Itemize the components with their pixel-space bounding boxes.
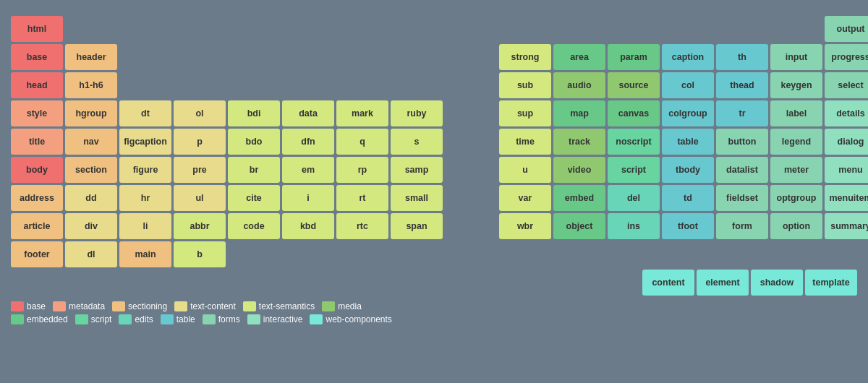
cell-head: head bbox=[11, 72, 63, 98]
cell-label: label bbox=[770, 100, 822, 126]
table-row-7: articledivliabbrcodekbdrtcspanwbrobjecti… bbox=[11, 213, 868, 239]
cell-tbody: tbody bbox=[662, 157, 714, 183]
legend-color-metadata bbox=[53, 301, 66, 311]
legend-color-table bbox=[161, 314, 174, 324]
cell-video: video bbox=[553, 157, 605, 183]
legend-label-metadata: metadata bbox=[69, 301, 105, 311]
cell-tfoot: tfoot bbox=[662, 213, 714, 239]
cell-th: th bbox=[716, 44, 768, 70]
cell-ol: ol bbox=[174, 100, 226, 126]
cell-dd: dd bbox=[65, 185, 117, 211]
legend-item-embedded: embedded bbox=[11, 314, 68, 324]
legend-label-media: media bbox=[338, 301, 362, 311]
cell-element: element bbox=[697, 270, 749, 296]
cell-thead: thead bbox=[716, 72, 768, 98]
spacer-1-6 bbox=[336, 44, 388, 70]
cell-article: article bbox=[11, 213, 63, 239]
cell-abbr: abbr bbox=[174, 213, 226, 239]
legend-item-forms: forms bbox=[203, 314, 240, 324]
spacer-8-10 bbox=[553, 241, 605, 267]
cell-hgroup: hgroup bbox=[65, 100, 117, 126]
cell-figcaption: figcaption bbox=[119, 129, 171, 155]
cell-rt: rt bbox=[336, 185, 388, 211]
cell-sub: sub bbox=[499, 72, 551, 98]
cell-nav: nav bbox=[65, 129, 117, 155]
cell-content: content bbox=[642, 270, 694, 296]
cell-canvas: canvas bbox=[608, 100, 660, 126]
cell-var: var bbox=[499, 185, 551, 211]
cell-section: section bbox=[65, 157, 117, 183]
cell-table: table bbox=[662, 129, 714, 155]
cell-map: map bbox=[553, 100, 605, 126]
legend-item-edits: edits bbox=[119, 314, 153, 324]
legend-item-text-semantics: text-semantics bbox=[243, 301, 315, 311]
spacer-2-6 bbox=[336, 72, 388, 98]
table-row-1: baseheaderstrongareaparamcaptionthinputp… bbox=[11, 44, 868, 70]
legend-label-script: script bbox=[91, 314, 112, 324]
spacer-4-8 bbox=[445, 129, 497, 155]
legend-item-web-components: web-components bbox=[310, 314, 391, 324]
cell-form: form bbox=[716, 213, 768, 239]
web-components-row-wrapper: contentelementshadowtemplate bbox=[11, 270, 857, 296]
legend-color-sectioning bbox=[112, 301, 125, 311]
cell-style: style bbox=[11, 100, 63, 126]
cell-q: q bbox=[336, 129, 388, 155]
cell-dt: dt bbox=[119, 100, 171, 126]
legend-label-edits: edits bbox=[135, 314, 153, 324]
cell-span: span bbox=[391, 213, 443, 239]
cell-em: em bbox=[282, 157, 334, 183]
spacer-0-10 bbox=[553, 16, 605, 42]
cell-dfn: dfn bbox=[282, 129, 334, 155]
cell-p: p bbox=[174, 129, 226, 155]
cell-small: small bbox=[391, 185, 443, 211]
legend-label-interactive: interactive bbox=[263, 314, 303, 324]
cell-datalist: datalist bbox=[716, 157, 768, 183]
spacer-8-12 bbox=[662, 241, 714, 267]
cell-html: html bbox=[11, 16, 63, 42]
cell-h1-h6: h1-h6 bbox=[65, 72, 117, 98]
cell-object: object bbox=[553, 213, 605, 239]
cell-select: select bbox=[825, 72, 868, 98]
spacer-0-5 bbox=[282, 16, 334, 42]
spacer-0-12 bbox=[662, 16, 714, 42]
cell-samp: samp bbox=[391, 157, 443, 183]
cell-title: title bbox=[11, 129, 63, 155]
cell-header: header bbox=[65, 44, 117, 70]
spacer-1-5 bbox=[282, 44, 334, 70]
cell-mark: mark bbox=[336, 100, 388, 126]
legend-label-text-semantics: text-semantics bbox=[259, 301, 315, 311]
legend-item-base: base bbox=[11, 301, 46, 311]
cell-main: main bbox=[119, 241, 171, 267]
spacer-0-4 bbox=[228, 16, 280, 42]
cell-ruby: ruby bbox=[391, 100, 443, 126]
cell-br: br bbox=[228, 157, 280, 183]
spacer-0-8 bbox=[445, 16, 497, 42]
spacer-0-6 bbox=[336, 16, 388, 42]
cell-b: b bbox=[174, 241, 226, 267]
cell-track: track bbox=[553, 129, 605, 155]
cell-address: address bbox=[11, 185, 63, 211]
spacer-8-5 bbox=[282, 241, 334, 267]
legend-label-table: table bbox=[176, 314, 195, 324]
cell-noscript: noscript bbox=[608, 129, 660, 155]
spacer-0-14 bbox=[770, 16, 822, 42]
cell-body: body bbox=[11, 157, 63, 183]
periodic-table: htmloutputbaseheaderstrongareaparamcapti… bbox=[11, 16, 857, 267]
cell-footer: footer bbox=[11, 241, 63, 267]
spacer-8-8 bbox=[445, 241, 497, 267]
legend-color-script bbox=[75, 314, 88, 324]
spacer-0-13 bbox=[716, 16, 768, 42]
spacer-8-15 bbox=[825, 241, 868, 267]
table-row-6: addressddhrulciteirtsmallvarembeddeltdfi… bbox=[11, 185, 868, 211]
cell-bdi: bdi bbox=[228, 100, 280, 126]
cell-option: option bbox=[770, 213, 822, 239]
spacer-2-3 bbox=[174, 72, 226, 98]
legend-color-web-components bbox=[310, 314, 323, 324]
cell-area: area bbox=[553, 44, 605, 70]
cell-details: details bbox=[825, 100, 868, 126]
cell-menuitem: menuitem bbox=[825, 185, 868, 211]
legend-color-base bbox=[11, 301, 24, 311]
table-row-2: headh1-h6subaudiosourcecoltheadkeygensel… bbox=[11, 72, 868, 98]
cell-param: param bbox=[608, 44, 660, 70]
cell-progress: progress bbox=[825, 44, 868, 70]
